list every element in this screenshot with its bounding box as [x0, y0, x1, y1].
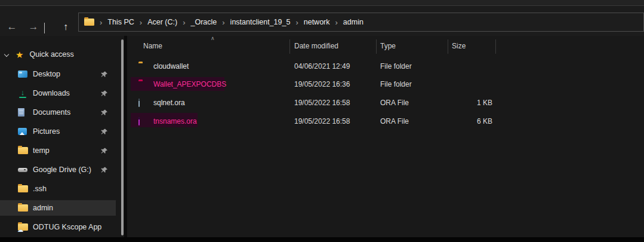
file-list-pane: Name ∧ Date modified Type Size cloudwall…: [127, 36, 644, 238]
column-header-name[interactable]: Name: [143, 42, 162, 50]
breadcrumb-separator-icon: ›: [140, 18, 142, 27]
sidebar-item-admin[interactable]: admin: [0, 200, 116, 216]
downloads-icon: ↓: [18, 89, 27, 98]
pin-icon: [101, 147, 108, 154]
pin-icon: [101, 71, 108, 78]
file-type: File folder: [380, 62, 412, 71]
ora-file-icon: [138, 117, 140, 125]
sidebar-item-label: Quick access: [29, 50, 73, 59]
breadcrumb-item-admin[interactable]: admin: [343, 18, 363, 26]
recent-locations-chevron-icon[interactable]: [44, 23, 51, 30]
sidebar-item-temp[interactable]: temp: [0, 143, 116, 158]
file-explorer-window: ← → ↑ › This PC › Acer (C:) › _Oracle › …: [0, 0, 644, 242]
breadcrumb-item-this-pc[interactable]: This PC: [107, 18, 134, 26]
folder-icon: [18, 147, 28, 154]
breadcrumb-item-oracle[interactable]: _Oracle: [190, 18, 217, 26]
sidebar-item-documents[interactable]: Documents: [0, 105, 116, 120]
sidebar-scrollbar[interactable]: [121, 39, 124, 235]
breadcrumb-separator-icon: ›: [295, 18, 298, 27]
column-header-size[interactable]: Size: [452, 42, 466, 50]
star-icon: ★: [16, 50, 23, 59]
file-type: ORA File: [380, 117, 409, 125]
desktop-icon: [18, 71, 27, 78]
file-date-modified: 19/05/2022 16:58: [294, 99, 350, 107]
sidebar-item-google-drive[interactable]: Google Drive (G:): [0, 162, 116, 177]
file-row-sqlnet-ora[interactable]: sqlnet.ora 19/05/2022 16:58 ORA File 1 K…: [127, 94, 640, 112]
breadcrumb-separator-icon: ›: [100, 18, 102, 27]
breadcrumb-item-network[interactable]: network: [304, 18, 330, 26]
breadcrumb-item-acer-c[interactable]: Acer (C:): [147, 18, 177, 26]
file-date-modified: 04/06/2021 12:49: [294, 62, 350, 71]
column-divider[interactable]: [495, 39, 496, 54]
folder-icon: [84, 19, 94, 26]
cloud-icon: ☁: [17, 227, 23, 233]
sidebar-item-label: admin: [33, 204, 116, 212]
breadcrumb-separator-icon: ›: [183, 18, 185, 27]
column-divider[interactable]: [448, 39, 448, 54]
drive-icon: [18, 168, 27, 172]
sidebar-item-desktop[interactable]: Desktop: [0, 66, 116, 82]
back-icon[interactable]: ←: [5, 20, 19, 34]
file-row-cloudwallet[interactable]: cloudwallet 04/06/2021 12:49 File folder: [127, 57, 640, 75]
file-name: cloudwallet: [153, 62, 189, 71]
file-size: 1 KB: [443, 99, 492, 107]
forward-icon[interactable]: →: [26, 20, 41, 34]
sidebar-item-ssh[interactable]: .ssh: [0, 181, 116, 197]
ora-file-icon: [138, 99, 140, 107]
taskbar-edge: [0, 237, 644, 242]
pin-icon: [101, 90, 108, 97]
up-icon[interactable]: ↑: [58, 20, 73, 34]
file-date-modified: 19/05/2022 16:36: [294, 80, 350, 88]
column-header-date-modified[interactable]: Date modified: [294, 42, 338, 50]
pin-icon: [101, 128, 108, 135]
breadcrumb-separator-icon: ›: [222, 18, 224, 27]
file-type: File folder: [380, 80, 412, 88]
navigation-toolbar: ← → ↑ › This PC › Acer (C:) › _Oracle › …: [0, 7, 644, 36]
pin-icon: [101, 166, 108, 173]
documents-icon: [18, 108, 24, 117]
sidebar-item-downloads[interactable]: ↓ Downloads: [0, 85, 116, 101]
file-name: Wallet_APEXPOCDBS: [153, 80, 226, 88]
file-row-tnsnames-ora[interactable]: tnsnames.ora 19/05/2022 16:58 ORA File 6…: [127, 112, 640, 130]
column-header-type[interactable]: Type: [380, 42, 396, 50]
file-name: tnsnames.ora: [153, 117, 197, 125]
sidebar-item-label: .ssh: [33, 185, 116, 193]
file-row-wallet-apexpocdbs[interactable]: Wallet_APEXPOCDBS 19/05/2022 16:36 File …: [127, 75, 640, 93]
breadcrumb-item-instantclient[interactable]: instantclient_19_5: [230, 18, 291, 26]
title-bar: [0, 0, 644, 6]
sidebar-item-quick-access[interactable]: ★ Quick access: [0, 47, 116, 62]
sort-ascending-icon: ∧: [211, 35, 215, 41]
chevron-down-icon: [44, 23, 45, 33]
cloud-folder-icon: ☁: [18, 223, 28, 231]
pictures-icon: [18, 128, 27, 135]
column-divider[interactable]: [376, 39, 377, 54]
sidebar-item-pictures[interactable]: Pictures: [0, 124, 116, 139]
file-name: sqlnet.ora: [153, 99, 185, 107]
file-size: 6 KB: [443, 117, 492, 125]
sidebar-item-odtug-kscope-app[interactable]: ☁ ODTUG Kscope App: [0, 219, 116, 235]
breadcrumb-separator-icon: ›: [335, 18, 338, 27]
file-date-modified: 19/05/2022 16:58: [294, 117, 350, 125]
file-type: ORA File: [380, 99, 409, 107]
breadcrumb[interactable]: › This PC › Acer (C:) › _Oracle › instan…: [78, 13, 644, 32]
navigation-sidebar: ★ Quick access Desktop ↓ Downloads Docum…: [0, 36, 124, 238]
pin-icon: [101, 109, 108, 116]
sidebar-item-label: ODTUG Kscope App: [33, 223, 116, 231]
folder-icon: [18, 185, 28, 192]
folder-icon: [18, 204, 28, 212]
chevron-down-icon[interactable]: [4, 52, 9, 57]
column-divider[interactable]: [289, 39, 290, 54]
